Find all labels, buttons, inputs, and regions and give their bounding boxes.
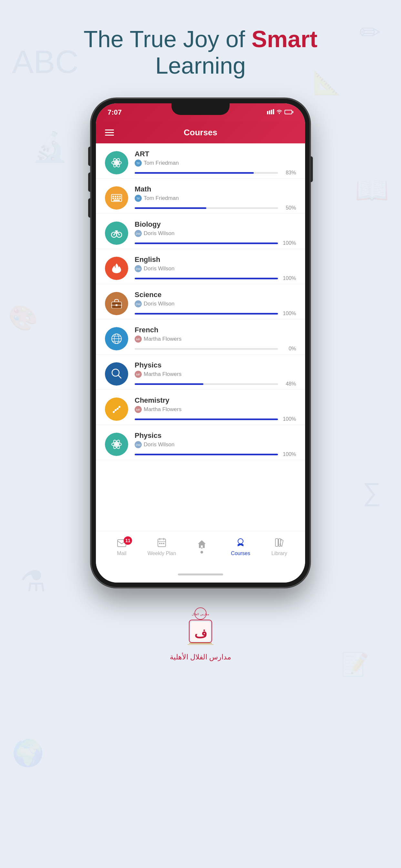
svg-rect-3 (273, 109, 274, 114)
progress-bar-background (135, 348, 278, 350)
course-name: French (135, 326, 296, 334)
nav-badge: 11 (124, 536, 132, 545)
svg-rect-1 (269, 111, 270, 114)
course-teacher: MF Martha Flowers (135, 371, 296, 378)
progress-percentage: 50% (281, 205, 296, 211)
teacher-avatar: DW (135, 230, 142, 237)
notch (172, 103, 229, 115)
teacher-name: Doris Wilson (144, 301, 174, 307)
progress-bar-background (135, 172, 278, 174)
wifi-icon (276, 109, 282, 116)
course-icon (105, 292, 128, 315)
hamburger-icon[interactable] (105, 129, 114, 135)
svg-rect-16 (117, 196, 119, 197)
progress-bar-background (135, 454, 278, 455)
nav-label: Mail (117, 551, 126, 556)
svg-rect-22 (113, 199, 120, 201)
course-info: Math TF Tom Friedman 50% (135, 185, 296, 211)
svg-rect-0 (267, 111, 268, 114)
courses-list[interactable]: ART TF Tom Friedman 83% Math TF Tom Frie… (96, 144, 305, 531)
svg-rect-35 (116, 304, 118, 306)
header-title: Courses (184, 128, 217, 137)
teacher-name: Doris Wilson (144, 266, 174, 272)
course-teacher: DW Doris Wilson (135, 300, 296, 307)
svg-rect-67 (161, 543, 162, 544)
progress-bar-background (135, 418, 278, 420)
teacher-name: Tom Friedman (144, 160, 179, 166)
teacher-name: Tom Friedman (144, 195, 179, 202)
signal-icon (267, 109, 274, 116)
logo-text: مدارس الفلال الأهلية (170, 653, 231, 661)
teacher-avatar: DW (135, 265, 142, 272)
nav-item-weekly-plan[interactable]: Weekly Plan (148, 538, 176, 556)
course-icon (105, 398, 128, 421)
progress-bar-fill (135, 278, 278, 279)
course-name: Physics (135, 361, 296, 369)
nav-icon (197, 539, 206, 551)
teacher-name: Martha Flowers (144, 406, 181, 413)
svg-text:مدارس الفلال: مدارس الفلال (192, 613, 209, 616)
course-item[interactable]: Math TF Tom Friedman 50% (96, 179, 305, 214)
nav-item-courses[interactable]: Courses (227, 538, 253, 556)
progress-percentage: 48% (281, 381, 296, 387)
progress-container: 0% (135, 346, 296, 352)
svg-rect-19 (115, 197, 116, 199)
svg-rect-21 (119, 197, 121, 199)
svg-text:DW: DW (136, 443, 141, 446)
svg-point-7 (115, 161, 118, 164)
svg-point-70 (238, 538, 243, 544)
course-teacher: TF Tom Friedman (135, 195, 296, 202)
hero-line2: Learning (84, 52, 317, 79)
teacher-avatar: MF (135, 336, 142, 343)
progress-bar-fill (135, 172, 254, 174)
app-header: Courses (96, 121, 305, 144)
course-info: English DW Doris Wilson 100% (135, 255, 296, 281)
course-item[interactable]: ART TF Tom Friedman 83% (96, 144, 305, 179)
course-icon (105, 362, 128, 385)
status-icons (267, 109, 294, 116)
course-item[interactable]: Physics DW Doris Wilson 100% (96, 425, 305, 460)
nav-icon (275, 538, 284, 549)
course-item[interactable]: Biology DW Doris Wilson 100% (96, 214, 305, 249)
svg-rect-6 (285, 111, 291, 114)
svg-point-69 (201, 547, 203, 549)
teacher-avatar: MF (135, 406, 142, 413)
teacher-name: Doris Wilson (144, 230, 174, 237)
course-name: Physics (135, 431, 296, 440)
svg-rect-5 (292, 111, 294, 113)
course-item[interactable]: French MF Martha Flowers 0% (96, 319, 305, 354)
nav-item-library[interactable]: Library (266, 538, 292, 556)
progress-bar-background (135, 207, 278, 209)
status-time: 7:07 (107, 108, 122, 117)
progress-container: 100% (135, 416, 296, 422)
course-name: ART (135, 150, 296, 158)
svg-rect-14 (112, 196, 114, 197)
progress-bar-background (135, 383, 278, 385)
course-item[interactable]: Chemistry MF Martha Flowers 100% (96, 390, 305, 425)
nav-item-home[interactable] (189, 539, 215, 555)
svg-text:DW: DW (136, 268, 141, 271)
svg-rect-15 (115, 196, 116, 197)
course-teacher: DW Doris Wilson (135, 265, 296, 272)
course-item[interactable]: Science DW Doris Wilson 100% (96, 284, 305, 319)
teacher-avatar: TF (135, 159, 142, 166)
bottom-nav: 11 Mail Weekly Plan Courses Library (96, 531, 305, 566)
progress-bar-fill (135, 418, 278, 420)
course-teacher: DW Doris Wilson (135, 230, 296, 237)
svg-point-55 (115, 443, 118, 446)
course-item[interactable]: Physics MF Martha Flowers 48% (96, 354, 305, 390)
battery-icon (284, 109, 294, 116)
course-info: ART TF Tom Friedman 83% (135, 150, 296, 176)
teacher-name: Martha Flowers (144, 371, 181, 377)
svg-rect-2 (271, 110, 272, 114)
teacher-avatar: DW (135, 300, 142, 307)
progress-bar-background (135, 313, 278, 314)
progress-percentage: 100% (281, 452, 296, 457)
nav-item-mail[interactable]: 11 Mail (109, 538, 135, 556)
svg-rect-66 (159, 543, 160, 544)
svg-rect-18 (112, 197, 114, 199)
course-name: Chemistry (135, 396, 296, 405)
course-teacher: TF Tom Friedman (135, 159, 296, 166)
course-item[interactable]: English DW Doris Wilson 100% (96, 249, 305, 284)
school-logo: مدارس الفلال ف (180, 607, 221, 649)
